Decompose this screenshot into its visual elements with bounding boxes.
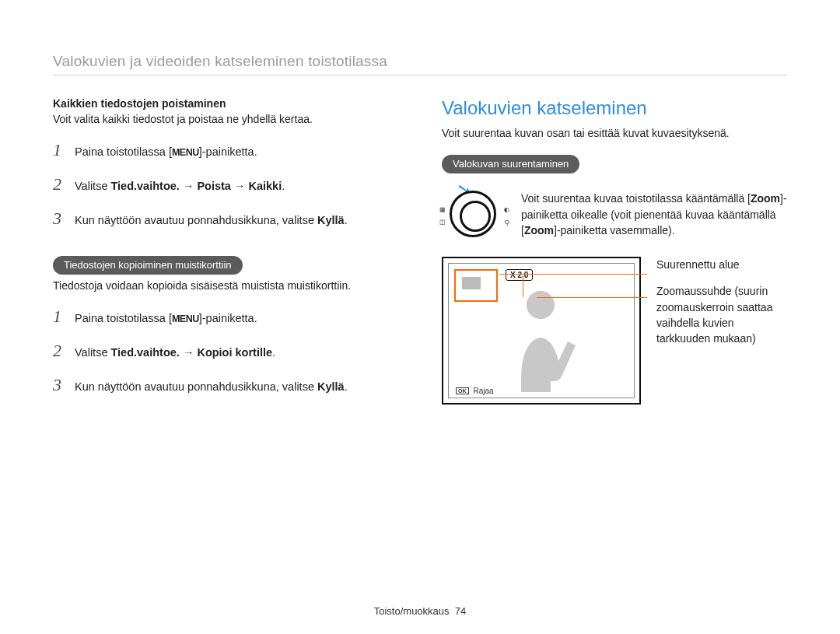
- step-text: ]-painiketta.: [199, 145, 257, 158]
- right-column: Valokuvien katseleminen Voit suurentaa k…: [442, 97, 787, 415]
- step-item: 1 Paina toistotilassa [MENU]-painiketta.: [53, 304, 398, 329]
- zoom-dial-icon: ➘ ▦ ◫ ◐ Q: [442, 191, 507, 237]
- zoom-figure: X 2.0 OK Rajaa Suurennettu alue Zooma: [442, 257, 787, 405]
- zoom-out-icon: ▦: [439, 206, 446, 213]
- step-item: 2 Valitse Tied.vaihtoe. → Kopioi kortill…: [53, 338, 398, 363]
- zoom-label: Zoom: [524, 224, 554, 236]
- step-text: .: [282, 180, 285, 192]
- step-number: 1: [53, 138, 67, 163]
- step-text: Valitse: [75, 180, 110, 192]
- step-text: Paina toistotilassa [: [75, 145, 172, 158]
- step-number: 2: [53, 172, 67, 197]
- ok-icon: OK: [456, 387, 469, 394]
- page-footer: Toisto/muokkaus 74: [0, 605, 840, 617]
- dial-text: ]-painiketta vasemmalle).: [554, 224, 675, 236]
- step-text: Kun näyttöön avautuu ponnahdusikkuna, va…: [75, 214, 317, 226]
- step-item: 2 Valitse Tied.vaihtoe. → Poista → Kaikk…: [53, 172, 398, 197]
- step-number: 1: [53, 304, 67, 329]
- step-number: 3: [53, 206, 67, 231]
- step-item: 3 Kun näyttöön avautuu ponnahdusikkuna, …: [53, 373, 398, 398]
- step-text-bold: Kyllä: [317, 214, 345, 226]
- callout-zoom-ratio: Zoomaussuhde (suurin zoomauskerroin saat…: [656, 283, 787, 346]
- zoom-in-icon: Q: [505, 219, 509, 226]
- menu-glyph: MENU: [172, 313, 199, 324]
- delete-all-title: Kaikkien tiedostojen poistaminen: [53, 97, 398, 110]
- dial-row: ➘ ▦ ◫ ◐ Q Voit suurentaa kuvaa toistotil…: [442, 191, 787, 238]
- footer-page-number: 74: [455, 605, 466, 617]
- step-text: Kun näyttöön avautuu ponnahdusikkuna, va…: [75, 380, 317, 393]
- crop-label: Rajaa: [474, 387, 494, 395]
- page-header: Valokuvien ja videoiden katseleminen toi…: [53, 53, 787, 75]
- person-silhouette-icon: [498, 291, 583, 392]
- leader-line: [537, 297, 647, 298]
- footer-section: Toisto/muokkaus: [374, 605, 450, 617]
- step-item: 1 Paina toistotilassa [MENU]-painiketta.: [53, 138, 398, 163]
- menu-glyph: MENU: [172, 147, 199, 158]
- step-text: .: [272, 346, 275, 359]
- callout-zoom-area: Suurennettu alue: [656, 257, 787, 272]
- section-title: Valokuvien katseleminen: [442, 97, 787, 119]
- step-text: .: [345, 380, 348, 393]
- section-intro: Voit suurentaa kuvan osan tai esittää ku…: [442, 125, 787, 141]
- step-text-bold: Tied.vaihtoe. → Kopioi kortille: [110, 346, 272, 359]
- copy-to-card-heading: Tiedostojen kopioiminen muistikorttiin: [53, 256, 243, 275]
- step-item: 3 Kun näyttöön avautuu ponnahdusikkuna, …: [53, 206, 398, 231]
- step-text: ]-painiketta.: [199, 312, 257, 324]
- zoom-heading: Valokuvan suurentaminen: [442, 155, 579, 173]
- zoom-ratio-badge: X 2.0: [506, 269, 533, 281]
- zoom-area-thumb: [454, 269, 498, 302]
- copy-steps: 1 Paina toistotilassa [MENU]-painiketta.…: [53, 304, 398, 398]
- delete-all-steps: 1 Paina toistotilassa [MENU]-painiketta.…: [53, 138, 398, 231]
- dial-text: Voit suurentaa kuvaa toistotilassa käänt…: [521, 192, 751, 205]
- step-text-bold: Tied.vaihtoe. → Poista → Kaikki: [110, 180, 282, 192]
- delete-all-desc: Voit valita kaikki tiedostot ja poistaa …: [53, 111, 398, 127]
- left-column: Kaikkien tiedostojen poistaminen Voit va…: [53, 97, 398, 415]
- step-number: 3: [53, 373, 67, 398]
- leader-line: [523, 275, 523, 297]
- lcd-preview: X 2.0 OK Rajaa: [442, 257, 641, 405]
- callouts: Suurennettu alue Zoomaussuhde (suurin zo…: [656, 257, 787, 405]
- dial-text: Voit suurentaa kuvaa toistotilassa käänt…: [521, 191, 787, 238]
- step-text: Paina toistotilassa [: [75, 312, 172, 324]
- zoom-label: Zoom: [751, 192, 780, 205]
- step-text: .: [345, 214, 348, 226]
- zoom-in-icon: ◐: [504, 206, 509, 213]
- leader-line: [499, 274, 647, 275]
- step-text: Valitse: [75, 346, 110, 359]
- zoom-out-icon: ◫: [439, 219, 446, 226]
- copy-desc: Tiedostoja voidaan kopioida sisäisestä m…: [53, 278, 398, 293]
- step-text-bold: Kyllä: [317, 380, 345, 393]
- ok-crop-bar: OK Rajaa: [456, 387, 494, 395]
- step-number: 2: [53, 338, 67, 363]
